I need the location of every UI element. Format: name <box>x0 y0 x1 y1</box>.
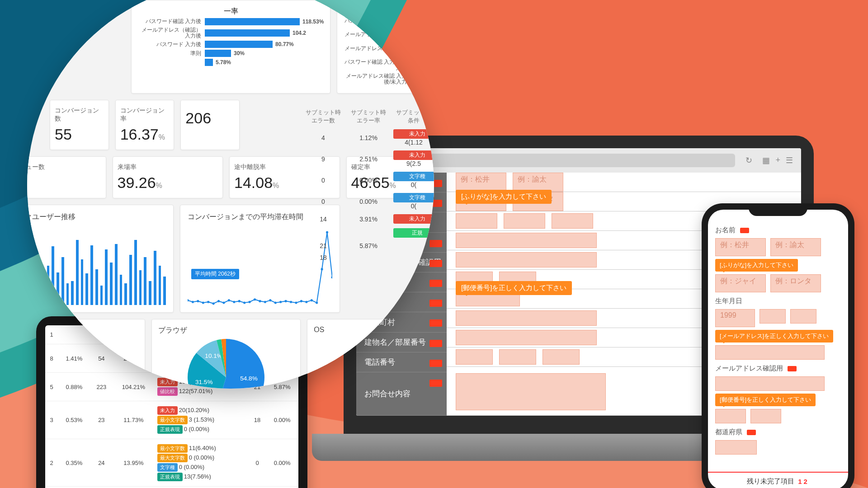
svg-point-18 <box>279 301 282 303</box>
required-badge <box>429 360 442 367</box>
error-row: 18 <box>303 254 434 261</box>
svg-point-16 <box>269 299 271 301</box>
plus-icon[interactable]: + <box>775 155 780 165</box>
error-row: 92.51%未入力 9(2.5 <box>303 150 434 167</box>
label-pref: 都道府県 <box>715 428 742 436</box>
svg-point-7 <box>222 301 225 304</box>
dob-year[interactable]: 1999 <box>715 309 755 327</box>
menu-icon[interactable]: ☰ <box>786 155 793 165</box>
error-row: 215.87% <box>303 242 434 249</box>
table-row: 30.53%2311.73%未入力20(10.20%)最小文字数3 (1.53%… <box>45 401 298 439</box>
textarea[interactable] <box>456 373 606 410</box>
svg-point-19 <box>285 300 287 302</box>
dob-month[interactable] <box>760 309 786 324</box>
svg-point-25 <box>316 301 318 304</box>
metric-card: ページビュー数568 <box>27 156 106 198</box>
name1-input[interactable]: 例：松井 <box>715 238 766 256</box>
required-badge <box>740 228 749 233</box>
text-input[interactable] <box>456 330 597 345</box>
label-dob: 生年月日 <box>715 297 742 305</box>
required-badge <box>429 340 442 347</box>
svg-text:31.5%: 31.5% <box>195 379 213 385</box>
svg-point-3 <box>202 301 204 304</box>
error-row: 143.91%未入力 <box>303 214 434 224</box>
required-badge <box>747 430 756 435</box>
phone-footer: 残り未完了項目12 <box>708 472 848 488</box>
panel-title: ユニークユーザー推移 <box>27 212 166 222</box>
svg-text:54.8%: 54.8% <box>240 375 258 382</box>
svg-point-11 <box>243 301 245 304</box>
form-label-row: 電話番号 <box>356 352 447 372</box>
svg-point-6 <box>217 300 220 302</box>
form-label-row: お問合せ内容 <box>356 372 447 416</box>
required-badge <box>429 240 442 247</box>
tel2[interactable] <box>499 349 536 365</box>
avg-badge: 平均時間 2062秒 <box>191 269 239 279</box>
svg-point-12 <box>249 301 251 303</box>
field[interactable] <box>456 213 497 229</box>
error-row: 正規 <box>303 228 434 238</box>
reload-icon[interactable]: ↻ <box>741 155 756 165</box>
name2-input[interactable]: 例：諭太 <box>513 173 563 192</box>
zip1-input[interactable] <box>715 409 746 423</box>
required-badge <box>788 366 797 371</box>
error-row: 41.12%未入力 4(1.12 <box>303 129 434 146</box>
hbar-row: パスワード確認 入力後118.53% <box>138 18 324 25</box>
svg-point-4 <box>207 301 209 303</box>
required-badge <box>429 260 442 267</box>
field[interactable] <box>504 213 545 229</box>
dob-day[interactable] <box>790 309 816 324</box>
grid-icon[interactable]: ▦ <box>762 155 770 165</box>
tel1[interactable] <box>456 349 493 365</box>
tooltip-kana: [ふりがな]を入力して下さい <box>715 259 798 272</box>
svg-point-22 <box>300 300 302 302</box>
phone-form: お名前 例：松井 例：諭太 [ふりがな]を入力して下さい 例：ジャイ 例：ロンタ… <box>708 210 848 472</box>
required-badge <box>429 319 442 327</box>
metric-card: コンバージョン数55 <box>50 100 109 150</box>
kana2-input[interactable]: 例：ロンタ <box>770 274 821 292</box>
pref-input[interactable] <box>715 440 757 455</box>
completion-rate-card: 一率 パスワード確認 入力後118.53%メールアドレス（確認） 入力後104.… <box>131 0 330 94</box>
url-bar[interactable] <box>429 154 735 167</box>
text-input[interactable] <box>456 233 597 248</box>
text-input[interactable] <box>456 252 597 267</box>
tooltip-zip: [郵便番号]を正しく入力して下さい <box>456 281 572 295</box>
phone-mock: お名前 例：松井 例：諭太 [ふりがな]を入力して下さい 例：ジャイ 例：ロンタ… <box>702 203 854 488</box>
submit-error-table: サブミット時エラー数サブミット時エラー率サブミット時条件 41.12%未入力 4… <box>303 108 434 266</box>
text-input[interactable] <box>456 310 597 326</box>
svg-point-1 <box>192 301 194 303</box>
metric-card: 206 <box>180 100 240 150</box>
metric-card: コンバージョン率16.37% <box>115 100 175 150</box>
zip2-input[interactable] <box>750 409 781 423</box>
required-badge <box>429 380 442 387</box>
form-label-row: 建物名／部屋番号 <box>356 333 447 352</box>
svg-point-5 <box>212 302 215 305</box>
mail-input[interactable] <box>715 345 825 360</box>
error-row: 00.00%文字種 0( <box>303 193 434 210</box>
table-row: 00.00%--⌄-- <box>45 487 298 488</box>
dashboard-magnifier: 一率 パスワード確認 入力後118.53%メールアドレス（確認） 入力後104.… <box>27 0 434 389</box>
hbar-row: パスワード 入力後80.77% <box>138 41 324 48</box>
tel3[interactable] <box>542 349 580 365</box>
table-row: 20.35%2413.95%最小文字数11(6.40%)最大文字数0 (0.00… <box>45 439 298 487</box>
card-title: ブラウザ <box>158 326 294 335</box>
name2-input[interactable]: 例：諭太 <box>770 238 821 256</box>
required-badge <box>429 300 442 307</box>
card-title: 一率 <box>138 7 324 16</box>
svg-point-17 <box>274 301 277 304</box>
label-name: お名前 <box>715 226 736 235</box>
field[interactable] <box>552 213 593 229</box>
hbar-row: メールアドレス（確認） 入力後104.2 <box>138 27 324 39</box>
kana1-input[interactable]: 例：ジャイ <box>715 274 766 292</box>
name1-input[interactable]: 例：松井 <box>456 173 506 192</box>
form-field-row: 例：松井例：諭太 <box>447 173 801 192</box>
browser-pie: ブラウザ 54.8%31.5%10.1% ChromeEdgeSafariFir… <box>151 319 301 389</box>
tooltip-mail: [メールアドレス]を正しく入力して下さい <box>715 330 833 343</box>
svg-point-28 <box>331 276 332 278</box>
hbar-row: 準則30% <box>138 50 324 57</box>
svg-point-23 <box>305 301 307 303</box>
svg-point-8 <box>228 299 230 301</box>
mail2-input[interactable] <box>715 376 825 391</box>
svg-point-21 <box>295 301 297 304</box>
svg-point-26 <box>321 268 323 270</box>
